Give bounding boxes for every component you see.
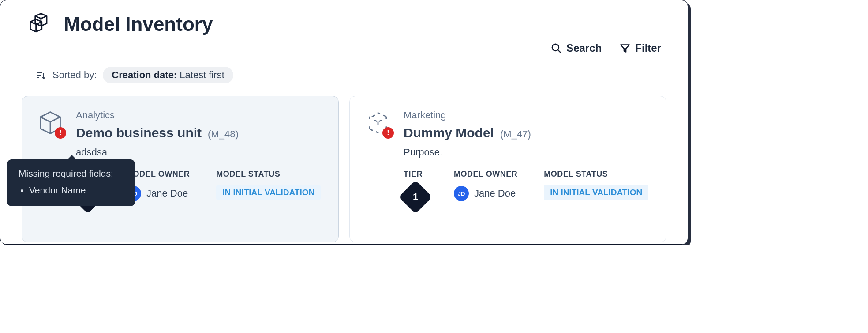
status-stat: MODEL STATUS IN INITIAL VALIDATION [216,170,321,209]
status-badge: IN INITIAL VALIDATION [216,185,321,200]
filter-button[interactable]: Filter [619,42,661,54]
status-label: MODEL STATUS [544,170,648,179]
card-title: Demo business unit [76,125,202,140]
card-icon-wrap: ! [365,110,391,136]
app-frame: Model Inventory Search Filter Sorted by:… [0,0,688,245]
owner-label: MODEL OWNER [454,170,517,179]
svg-line-1 [558,50,561,53]
missing-fields-tooltip: Missing required fields: Vendor Name [7,159,135,206]
sort-key: Creation date: [112,69,177,80]
owner-name: Jane Doe [146,188,188,199]
owner-label: MODEL OWNER [126,170,190,179]
tier-badge: 1 [404,185,427,209]
model-card[interactable]: ! Marketing Dummy Model (M_47) Purpose. … [349,96,666,242]
sort-bar: Sorted by: Creation date: Latest first [0,54,688,83]
toolbar: Search Filter [0,38,688,54]
sorted-by-label: Sorted by: [52,69,97,81]
page-header: Model Inventory [0,0,688,38]
tier-stat: TIER 1 [404,170,427,209]
alert-icon: ! [55,127,66,139]
tier-value: 1 [413,191,418,203]
owner-name: Jane Doe [474,188,516,199]
avatar: JD [454,186,469,201]
search-button[interactable]: Search [550,42,602,54]
sort-value: Latest first [180,69,224,80]
sort-icon [36,70,46,80]
tier-label: TIER [404,170,427,179]
card-purpose: adsdsa [76,147,323,158]
card-id: (M_47) [500,129,531,140]
inventory-icon [27,11,53,38]
card-icon-wrap: ! [37,110,64,136]
card-category: Marketing [404,110,651,121]
card-category: Analytics [76,110,323,121]
search-label: Search [566,42,602,54]
svg-point-0 [552,44,559,51]
card-id: (M_48) [208,129,239,140]
search-icon [550,42,562,54]
tooltip-item: Vendor Name [29,185,123,196]
status-badge: IN INITIAL VALIDATION [544,185,648,200]
status-label: MODEL STATUS [216,170,321,179]
tooltip-title: Missing required fields: [19,168,123,179]
alert-icon: ! [382,127,394,139]
page-title: Model Inventory [64,13,213,35]
owner-stat: MODEL OWNER JD Jane Doe [454,170,517,209]
card-purpose: Purpose. [404,147,651,158]
owner-stat: MODEL OWNER JD Jane Doe [126,170,190,209]
status-stat: MODEL STATUS IN INITIAL VALIDATION [544,170,648,209]
filter-icon [619,42,631,54]
sort-pill[interactable]: Creation date: Latest first [103,67,233,83]
filter-label: Filter [635,42,661,54]
card-title: Dummy Model [404,125,494,140]
